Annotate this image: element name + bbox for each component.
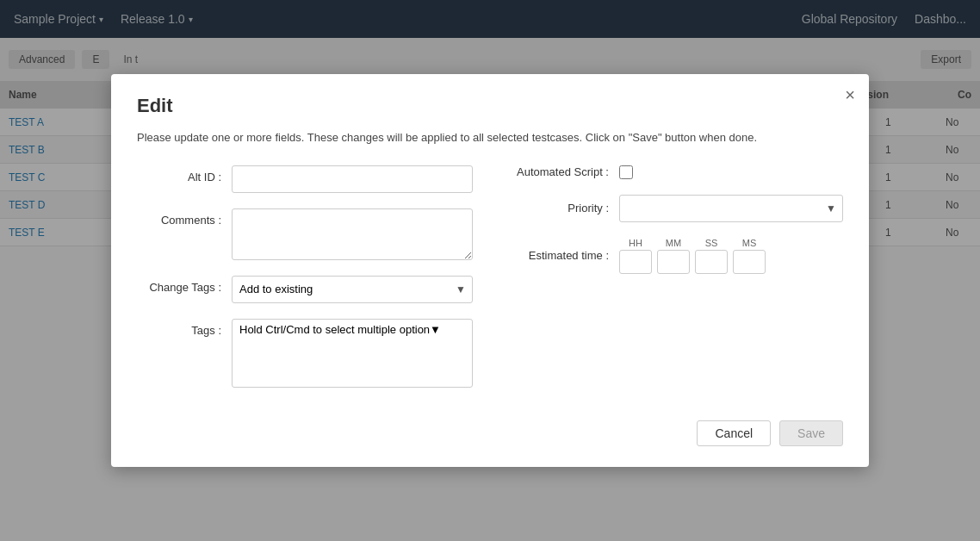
ss-label: SS — [705, 238, 718, 248]
automated-script-label: Automated Script : — [507, 165, 619, 178]
modal-body: Alt ID : Comments : Change Tags : Add to… — [137, 165, 843, 403]
change-tags-wrapper: Add to existingReplace existingRemove ta… — [232, 276, 473, 303]
priority-label: Priority : — [507, 202, 619, 215]
mm-input[interactable] — [657, 250, 690, 274]
edit-modal: × Edit Please update one or more fields.… — [111, 74, 869, 467]
estimated-time-label: Estimated time : — [507, 249, 619, 262]
automated-script-group: Automated Script : — [507, 165, 843, 179]
ss-input[interactable] — [695, 250, 728, 274]
hh-input[interactable] — [619, 250, 652, 274]
modal-overlay: × Edit Please update one or more fields.… — [0, 0, 980, 541]
left-column: Alt ID : Comments : Change Tags : Add to… — [137, 165, 473, 403]
change-tags-group: Change Tags : Add to existingReplace exi… — [137, 276, 473, 303]
save-button[interactable]: Save — [779, 420, 843, 446]
tags-label: Tags : — [137, 319, 232, 337]
comments-group: Comments : — [137, 208, 473, 260]
modal-description: Please update one or more fields. These … — [137, 129, 843, 146]
automated-script-checkbox[interactable] — [619, 165, 633, 179]
cancel-button[interactable]: Cancel — [697, 420, 771, 446]
mm-wrapper: MM — [657, 238, 690, 274]
alt-id-input[interactable] — [232, 165, 473, 193]
modal-close-button[interactable]: × — [845, 86, 855, 103]
priority-group: Priority : LowMediumHighCritical ▼ — [507, 195, 843, 222]
change-tags-select[interactable]: Add to existingReplace existingRemove ta… — [232, 276, 473, 303]
priority-select[interactable]: LowMediumHighCritical — [619, 195, 843, 222]
ss-wrapper: SS — [695, 238, 728, 274]
tags-select[interactable]: Hold Ctrl/Cmd to select multiple option▼ — [232, 319, 473, 388]
modal-title: Edit — [137, 95, 843, 117]
estimated-time-group: Estimated time : HH MM SS — [507, 238, 843, 274]
comments-input[interactable] — [232, 208, 473, 260]
priority-wrapper: LowMediumHighCritical ▼ — [619, 195, 843, 222]
alt-id-group: Alt ID : — [137, 165, 473, 193]
alt-id-label: Alt ID : — [137, 165, 232, 183]
ms-label: MS — [742, 238, 757, 248]
ms-input[interactable] — [733, 250, 766, 274]
comments-label: Comments : — [137, 208, 232, 227]
change-tags-label: Change Tags : — [137, 276, 232, 294]
hh-label: HH — [629, 238, 642, 248]
mm-label: MM — [666, 238, 681, 248]
ms-wrapper: MS — [733, 238, 766, 274]
tags-group: Tags : Hold Ctrl/Cmd to select multiple … — [137, 319, 473, 388]
modal-footer: Cancel Save — [137, 420, 843, 446]
time-fields: HH MM SS MS — [619, 238, 766, 274]
right-column: Automated Script : Priority : LowMediumH… — [507, 165, 843, 403]
hh-wrapper: HH — [619, 238, 652, 274]
